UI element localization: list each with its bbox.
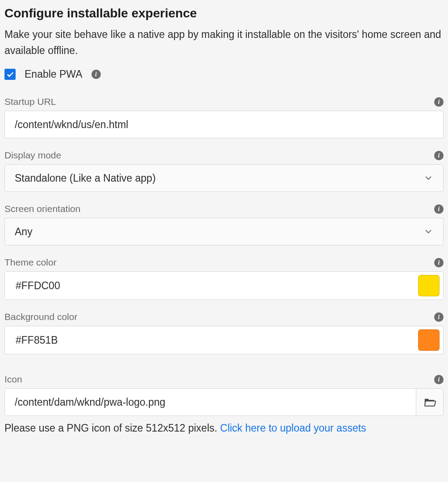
icon-label: Icon [4, 374, 22, 385]
section-title: Configure installable experience [4, 6, 444, 21]
display-mode-value: Standalone (Like a Native app) [15, 172, 423, 184]
display-mode-label: Display mode [4, 150, 61, 161]
enable-pwa-label: Enable PWA [25, 68, 83, 80]
chevron-down-icon [423, 227, 433, 237]
info-icon[interactable]: i [434, 258, 444, 267]
startup-url-input[interactable] [4, 111, 444, 138]
screen-orientation-label: Screen orientation [4, 204, 80, 214]
theme-color-input[interactable] [15, 279, 418, 292]
info-icon[interactable]: i [434, 204, 444, 214]
background-color-swatch[interactable] [418, 329, 440, 351]
checkmark-icon [7, 71, 14, 78]
icon-helper-prefix: Please use a PNG icon of size 512x512 pi… [4, 422, 220, 434]
info-icon[interactable]: i [434, 312, 444, 322]
info-icon[interactable]: i [91, 70, 101, 79]
info-icon[interactable]: i [434, 97, 444, 107]
upload-assets-link[interactable]: Click here to upload your assets [220, 422, 366, 434]
icon-path-input[interactable] [4, 388, 416, 416]
info-icon[interactable]: i [434, 151, 444, 160]
theme-color-label: Theme color [4, 257, 57, 268]
background-color-label: Background color [4, 312, 77, 322]
icon-helper-text: Please use a PNG icon of size 512x512 pi… [4, 422, 444, 434]
info-icon[interactable]: i [434, 375, 444, 384]
background-color-input[interactable] [15, 334, 418, 347]
display-mode-select[interactable]: Standalone (Like a Native app) [4, 164, 444, 192]
theme-color-swatch[interactable] [418, 275, 440, 296]
screen-orientation-value: Any [15, 226, 423, 238]
folder-open-icon [423, 395, 436, 409]
chevron-down-icon [423, 173, 433, 183]
section-description: Make your site behave like a native app … [4, 27, 444, 58]
startup-url-label: Startup URL [4, 96, 56, 107]
enable-pwa-checkbox[interactable] [4, 69, 16, 80]
browse-button[interactable] [416, 388, 444, 416]
screen-orientation-select[interactable]: Any [4, 218, 444, 245]
